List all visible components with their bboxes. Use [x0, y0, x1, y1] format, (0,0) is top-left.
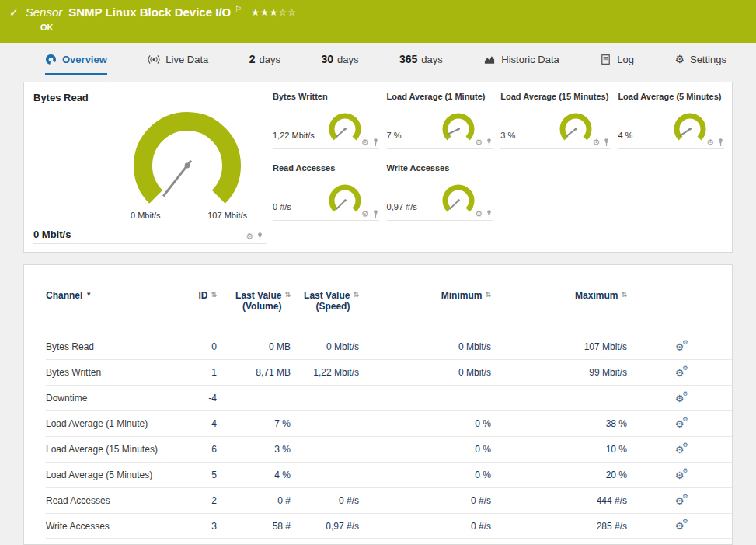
gauge-pin-icon[interactable]	[372, 138, 379, 147]
column-header-last-value-volume[interactable]: Last Value (Volume) ⇅	[217, 290, 291, 312]
table-row-bytes-read[interactable]: Bytes Read 0 0 MB 0 Mbit/s 0 Mbit/s 107 …	[46, 334, 732, 359]
mini-gauge-load-average-15-minutes: Load Average (15 Minutes) 3 % ⚙	[500, 92, 610, 149]
status-check-icon: ✓	[9, 6, 19, 19]
column-header-id[interactable]: ID ⇅	[178, 290, 217, 301]
cell-id: -4	[178, 393, 217, 404]
cell-id: 5	[178, 470, 217, 480]
cell-last-value-speed: 0 Mbit/s	[291, 341, 359, 352]
sort-desc-icon[interactable]: ▼	[85, 290, 92, 299]
column-header-last-value-speed[interactable]: Last Value (Speed) ⇅	[291, 290, 359, 312]
gauge-pin-icon[interactable]	[486, 209, 493, 218]
tab-live-data[interactable]: Live Data	[148, 43, 208, 75]
cell-maximum: 10 %	[491, 444, 627, 455]
column-header-minimum[interactable]: Minimum ⇅	[359, 290, 491, 301]
edit-channel-icon[interactable]: ⚙⚙	[675, 393, 685, 404]
star-3[interactable]: ★	[270, 7, 279, 18]
table-row-bytes-written[interactable]: Bytes Written 1 8,71 MB 1,22 Mbit/s 0 Mb…	[46, 359, 732, 385]
gauge-pin-icon[interactable]	[372, 209, 379, 218]
tab-label: Live Data	[165, 54, 208, 65]
cell-last-value-speed: 0 #/s	[291, 495, 359, 506]
gauge-current-value: 3 %	[500, 131, 515, 145]
gauge-title: Load Average (15 Minutes)	[500, 92, 608, 104]
gauge-current-value: 1,22 Mbit/s	[273, 131, 315, 145]
star-5[interactable]: ☆	[287, 7, 297, 18]
table-row-write-accesses[interactable]: Write Accesses 3 58 # 0,97 #/s 0 #/s 285…	[46, 513, 732, 539]
cell-maximum: 444 #/s	[491, 495, 627, 506]
priority-stars[interactable]: ★★★☆☆	[251, 7, 297, 18]
edit-channel-icon[interactable]: ⚙⚙	[675, 342, 685, 352]
star-1[interactable]: ★	[251, 7, 260, 18]
gauges-panel: Bytes Read 0 Mbit/s 107 Mbit/s 0 Mbit/s …	[23, 82, 733, 253]
tab-30-days[interactable]: 30 days	[321, 43, 358, 75]
gauge-settings-gear-icon[interactable]: ⚙	[361, 138, 369, 147]
table-row-load-average-5-minutes[interactable]: Load Average (5 Minutes) 5 4 % 0 % 20 % …	[46, 462, 732, 487]
gauge-settings-gear-icon[interactable]: ⚙	[246, 232, 253, 241]
gauge-pin-icon[interactable]	[486, 138, 493, 147]
star-4[interactable]: ☆	[278, 7, 287, 18]
sort-icon[interactable]: ⇅	[353, 290, 359, 299]
object-kind-label: Sensor	[26, 5, 63, 19]
gauge-dial	[556, 110, 596, 145]
gauge-dial	[438, 110, 479, 145]
channels-table-panel: Channel ▼ ID ⇅ Last Value (Volume) ⇅ Las…	[23, 264, 733, 545]
tab-bar: Overview Live Data 2 days 30 days 365 da…	[0, 43, 756, 75]
gauge-settings-gear-icon[interactable]: ⚙	[475, 210, 483, 218]
column-header-maximum[interactable]: Maximum ⇅	[491, 290, 627, 301]
tab-log[interactable]: Log	[600, 43, 634, 75]
edit-channel-icon[interactable]: ⚙⚙	[675, 496, 685, 506]
edit-channel-icon[interactable]: ⚙⚙	[675, 521, 685, 531]
gauge-settings-gear-icon[interactable]: ⚙	[593, 138, 601, 147]
cell-last-value-volume: 58 #	[217, 521, 291, 532]
cell-channel: Load Average (15 Minutes)	[46, 444, 178, 455]
gauge-current-value: 0 #/s	[273, 202, 291, 216]
cell-last-value-speed: 0,97 #/s	[291, 521, 359, 532]
sort-icon[interactable]: ⇅	[485, 290, 491, 299]
sort-icon[interactable]: ⇅	[284, 290, 291, 299]
tab-label: Log	[617, 54, 634, 65]
sort-icon[interactable]: ⇅	[211, 290, 217, 299]
edit-channel-icon[interactable]: ⚙⚙	[675, 419, 685, 429]
gauge-pin-icon[interactable]	[256, 232, 263, 241]
sort-icon[interactable]: ⇅	[621, 290, 627, 299]
cell-channel: Bytes Read	[46, 341, 178, 352]
tab-2-days[interactable]: 2 days	[249, 43, 280, 75]
edit-channel-icon[interactable]: ⚙⚙	[675, 445, 685, 455]
table-row-downtime[interactable]: Downtime -4 ⚙⚙	[46, 385, 732, 410]
tab-overview[interactable]: Overview	[45, 43, 107, 75]
table-header-row: Channel ▼ ID ⇅ Last Value (Volume) ⇅ Las…	[46, 290, 732, 334]
overview-gauge-icon	[45, 54, 57, 65]
table-row-read-accesses[interactable]: Read Accesses 2 0 # 0 #/s 0 #/s 444 #/s …	[46, 487, 732, 513]
sensor-header: ✓ Sensor SNMP Linux Block Device I/O ⚐ ★…	[0, 0, 756, 43]
gauge-dial	[670, 110, 710, 145]
log-document-icon	[600, 54, 611, 65]
tab-settings[interactable]: ⚙ Settings	[674, 43, 726, 75]
tab-historic-data[interactable]: Historic Data	[483, 43, 559, 75]
tab-label: days	[421, 54, 442, 65]
table-row-load-average-1-minute[interactable]: Load Average (1 Minute) 4 7 % 0 % 38 % ⚙…	[46, 410, 732, 436]
cell-last-value-speed: 1,22 Mbit/s	[291, 367, 359, 378]
gauge-settings-gear-icon[interactable]: ⚙	[361, 210, 369, 218]
edit-channel-icon[interactable]: ⚙⚙	[675, 470, 685, 480]
table-row-load-average-15-minutes[interactable]: Load Average (15 Minutes) 6 3 % 0 % 10 %…	[46, 436, 732, 462]
gauge-settings-gear-icon[interactable]: ⚙	[706, 138, 714, 147]
gauge-max-label: 107 Mbit/s	[207, 211, 247, 220]
mini-gauges-grid: Bytes Written 1,22 Mbit/s ⚙ Load Average…	[273, 92, 724, 243]
flag-icon[interactable]: ⚐	[235, 5, 242, 13]
cell-minimum: 0 #/s	[359, 521, 491, 532]
tab-number: 2	[249, 53, 256, 65]
gauge-pin-icon[interactable]	[717, 138, 724, 147]
edit-channel-icon[interactable]: ⚙⚙	[675, 368, 685, 378]
mini-gauge-write-accesses: Write Accesses 0,97 #/s ⚙	[387, 163, 493, 221]
tab-365-days[interactable]: 365 days	[399, 43, 443, 75]
cell-last-value-volume: 3 %	[217, 444, 291, 455]
column-header-channel[interactable]: Channel ▼	[46, 290, 178, 301]
gauge-pin-icon[interactable]	[603, 138, 610, 147]
gauge-settings-gear-icon[interactable]: ⚙	[475, 138, 483, 147]
cell-last-value-volume: 0 MB	[217, 341, 291, 352]
gauge-min-label: 0 Mbit/s	[131, 211, 161, 220]
gauge-title: Load Average (1 Minute)	[387, 92, 492, 104]
tab-label: days	[260, 54, 280, 65]
cell-minimum: 0 %	[359, 444, 491, 455]
star-2[interactable]: ★	[260, 7, 270, 18]
cell-last-value-volume: 7 %	[217, 418, 291, 429]
